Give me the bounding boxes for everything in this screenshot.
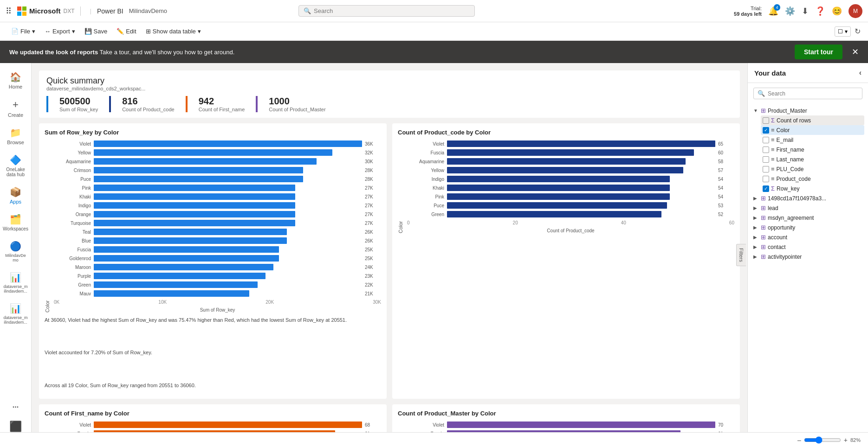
right-panel-search-box[interactable]: 🔍: [753, 88, 862, 99]
x-axis-tick: 0: [407, 220, 410, 225]
sidebar-item-create[interactable]: + Create: [2, 95, 30, 121]
tree-item-msdyn[interactable]: ▶ ⊞ msdyn_agreement: [751, 213, 864, 223]
tree-check-count-rows[interactable]: [763, 117, 769, 124]
tree-check-lastname[interactable]: [763, 156, 769, 163]
sidebar-item-dataverse1[interactable]: 📊 dataverse_milindavdem...: [2, 268, 30, 297]
banner-close-button[interactable]: ✕: [852, 47, 859, 57]
settings-button[interactable]: ⚙️: [785, 6, 795, 16]
sidebar-item-apps[interactable]: 📦 Apps: [2, 183, 30, 208]
metric-value-product-master: 1000: [269, 96, 325, 107]
tree-check-color[interactable]: ✓: [763, 127, 769, 134]
onelake-icon: 🔷: [10, 154, 21, 166]
sidebar-item-home[interactable]: 🏠 Home: [2, 68, 30, 93]
tree-item-rowkey[interactable]: ✓ Σ Row_key: [761, 184, 864, 193]
bar-row-puce: Puce28K: [54, 176, 381, 182]
bar-row-goldenrod: Goldenrod25K: [54, 255, 381, 262]
tree-item-productcode[interactable]: ≡ Product_code: [761, 174, 864, 184]
export-button[interactable]: ↔ Export ▾: [41, 26, 79, 37]
tree-item-id1[interactable]: ▶ ⊞ 1498cd1a7f104978a3...: [751, 193, 864, 203]
bar-value: 28K: [365, 177, 381, 182]
tree-check-plucode[interactable]: [763, 166, 769, 172]
download-button[interactable]: ⬇: [802, 6, 809, 16]
bar-track: [447, 193, 715, 200]
tree-item-color[interactable]: ✓ ≡ Color: [761, 125, 864, 135]
bar-fill: [94, 229, 287, 235]
bar-fill: [94, 167, 303, 173]
bar-fill: [94, 149, 332, 156]
save-button[interactable]: 💾 Save: [81, 26, 111, 37]
show-data-table-button[interactable]: ⊞ Show data table ▾: [142, 26, 205, 37]
tree-check-productcode[interactable]: [763, 176, 769, 182]
tree-check-firstname[interactable]: [763, 147, 769, 153]
bar-fill: [94, 255, 279, 262]
tree-item-account[interactable]: ▶ ⊞ account: [751, 232, 864, 242]
search-icon: 🔍: [304, 7, 311, 14]
bar-value: 60: [718, 150, 734, 155]
powerbi-icon: ⬛: [9, 421, 22, 433]
bar-value: 27K: [365, 194, 381, 199]
zoom-slider[interactable]: [804, 436, 841, 444]
sidebar-item-more[interactable]: ···: [2, 399, 30, 415]
right-search-input[interactable]: [768, 90, 858, 97]
tree-item-lead[interactable]: ▶ ⊞ lead: [751, 203, 864, 213]
refresh-button[interactable]: ↻: [855, 27, 861, 36]
bar-row-khaki: Khaki54: [407, 185, 734, 191]
tree-check-email[interactable]: [763, 137, 769, 143]
user-avatar[interactable]: M: [849, 4, 862, 18]
panel-collapse-button[interactable]: ‹: [859, 69, 862, 77]
bar-label: Goldenrod: [54, 256, 91, 261]
global-search-box[interactable]: 🔍: [298, 5, 475, 17]
sidebar-item-browse[interactable]: 📁 Browse: [2, 123, 30, 149]
chart2-bars-area: Violet65Fuscia60Aquamarine58Yellow57Indi…: [407, 140, 734, 233]
zoom-plus-button[interactable]: +: [844, 436, 848, 444]
edit-button[interactable]: ✏️ Edit: [113, 26, 140, 37]
data-tree: ▼ ⊞ Product_Master Σ Count of rows ✓ ≡ C…: [748, 104, 868, 263]
tree-item-count-rows[interactable]: Σ Count of rows: [761, 115, 864, 125]
tree-item-lastname[interactable]: ≡ Last_name: [761, 154, 864, 164]
app-logo: Microsoft DXT: [17, 6, 81, 16]
tree-item-activitypointer[interactable]: ▶ ⊞ activitypointer: [751, 252, 864, 262]
metric-product-master: 1000 Count of Product_Master: [256, 96, 337, 112]
bar-row-khaki: Khaki27K: [54, 193, 381, 200]
filters-tab[interactable]: Filters: [736, 244, 746, 266]
grid-icon[interactable]: ⠿: [6, 6, 12, 16]
sidebar-item-dataverse2[interactable]: 📊 dataverse_milindavdem...: [2, 299, 30, 328]
home-icon: 🏠: [10, 71, 21, 83]
bar-value: 54: [718, 185, 734, 191]
tree-label-color: Color: [777, 127, 862, 134]
chart1-x-axis: 0K10K20K30K: [54, 300, 381, 305]
tree-label-count-rows: Count of rows: [777, 117, 862, 124]
bar-value: 27K: [365, 212, 381, 217]
tree-product-master[interactable]: ▼ ⊞ Product_Master: [751, 106, 864, 115]
bar-label: Yellow: [54, 150, 91, 155]
account-button[interactable]: 😊: [832, 6, 842, 16]
tree-item-plucode[interactable]: ≡ PLU_Code: [761, 164, 864, 174]
sidebar-item-onelake[interactable]: 🔷 OneLakedata hub: [2, 151, 30, 181]
tree-arrow-account: ▶: [753, 235, 759, 240]
bar-fill: [447, 193, 670, 200]
search-input[interactable]: [314, 7, 470, 14]
notifications-button[interactable]: 🔔 4: [768, 6, 778, 16]
tree-arrow-opportunity: ▶: [753, 225, 759, 230]
bar-track: [94, 273, 362, 279]
trial-days: 59 days left: [734, 11, 762, 17]
sidebar-item-milindavdemo[interactable]: 🔵 MilindavDemo: [2, 237, 30, 266]
bar-fill: [94, 281, 258, 288]
sidebar-item-workspaces[interactable]: 🗂️ Workspaces: [2, 210, 30, 235]
create-icon: +: [13, 99, 19, 111]
tree-item-contact[interactable]: ▶ ⊞ contact: [751, 242, 864, 252]
x-axis-tick: 40: [621, 220, 626, 225]
tree-item-firstname[interactable]: ≡ First_name: [761, 145, 864, 154]
tree-icon-opportunity: ⊞: [761, 224, 766, 231]
tree-item-email[interactable]: ≡ E_mail: [761, 135, 864, 145]
start-tour-button[interactable]: Start tour: [795, 45, 842, 59]
bar-value: 26K: [365, 238, 381, 243]
view-toggle-button[interactable]: ☐ ▾: [835, 26, 851, 37]
metric-product-code: 816 Count of Product_code: [109, 96, 186, 112]
bar-track: [94, 140, 362, 147]
tree-item-opportunity[interactable]: ▶ ⊞ opportunity: [751, 223, 864, 232]
file-button[interactable]: 📄 File ▾: [7, 26, 39, 37]
tree-check-rowkey[interactable]: ✓: [763, 185, 769, 192]
zoom-minus-button[interactable]: –: [797, 436, 801, 444]
help-button[interactable]: ❓: [815, 6, 825, 16]
